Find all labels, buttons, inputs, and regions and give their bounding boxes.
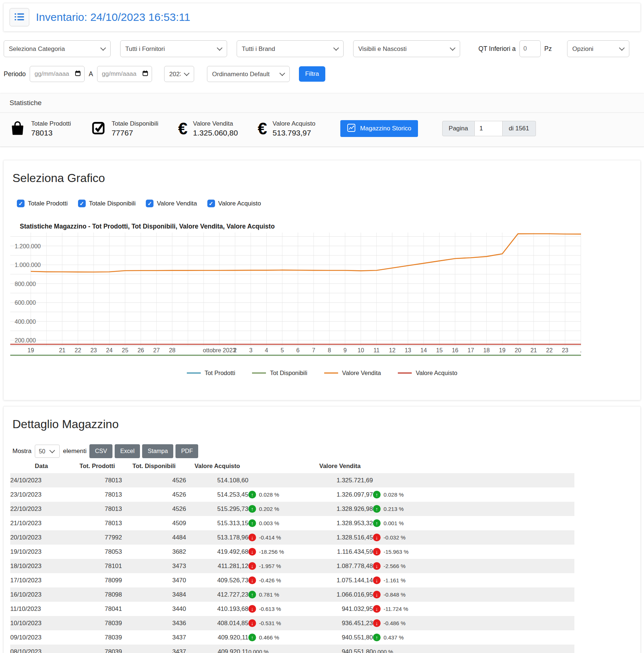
checkbox-checked-icon: ✓ (17, 200, 25, 207)
col-header-data[interactable]: Data (10, 460, 73, 473)
pagina-input[interactable] (475, 121, 503, 136)
cell-tot-prodotti: 78039 (73, 630, 122, 645)
periodo-da-input[interactable]: gg/mm/aaaa (30, 66, 85, 82)
cell-data: 09/10/2023 (10, 630, 73, 645)
percent-cell (248, 473, 307, 487)
table-row: 18/10/2023781013473411.281,12↓-1.957 %1.… (10, 559, 574, 573)
percent-value: 0.437 % (384, 634, 404, 641)
mostra-select[interactable]: 50 (35, 445, 60, 458)
categoria-select[interactable]: Seleziona Categoria (4, 40, 111, 57)
stat-totale-disponibili: Totale Disponibili 77767 (91, 120, 159, 137)
trend-down-icon: ↓ (248, 619, 256, 627)
fornitori-select[interactable]: Tutti i Fornitori (120, 40, 227, 57)
euro-icon: € (258, 120, 267, 137)
cell-tot-prodotti: 78013 (73, 502, 122, 516)
x-axis-tick: 16 (452, 347, 458, 353)
series-checkbox-0[interactable]: ✓Totale Prodotti (17, 200, 68, 207)
trend-down-icon: ↓ (373, 562, 381, 570)
trend-down-icon: ↓ (248, 562, 256, 570)
cell-data: 22/10/2023 (10, 502, 73, 516)
stat-value: 77767 (112, 129, 159, 137)
check-square-icon (91, 120, 106, 137)
legend-item: Valore Acquisto (398, 370, 457, 376)
dettaglio-title: Dettaglio Magazzino (12, 418, 634, 431)
cell-valore-acquisto: 514.253,45 (186, 487, 248, 502)
magazzino-storico-button[interactable]: Magazzino Storico (340, 120, 418, 137)
col-header-valore-vendita[interactable]: Valore Vendita (307, 460, 373, 473)
cell-tot-prodotti: 78098 (73, 587, 122, 602)
opzioni-select[interactable]: Opzioni (567, 40, 629, 57)
cell-empty (432, 573, 574, 587)
x-axis-tick: 2 (233, 347, 237, 353)
cell-data: 20/10/2023 (10, 530, 73, 545)
cell-valore-vendita: 1.066.016,95 (307, 587, 373, 602)
checkbox-checked-icon: ✓ (207, 200, 215, 207)
cell-data: 21/10/2023 (10, 516, 73, 530)
percent-cell: ↑0.781 % (248, 587, 307, 602)
trend-up-icon: ↑ (248, 634, 256, 641)
legend-item: Tot Prodotti (187, 370, 235, 376)
cell-tot-prodotti: 78041 (73, 602, 122, 616)
col-header-tot-disponibili[interactable]: Tot. Disponibili (122, 460, 186, 473)
cell-tot-prodotti: 78013 (73, 487, 122, 502)
percent-value: -1.957 % (259, 563, 281, 569)
grafico-title: Seleziona Grafico (12, 171, 634, 185)
percent-value: -0.848 % (384, 591, 406, 598)
series-checkbox-3[interactable]: ✓Valore Acquisto (207, 200, 261, 207)
qt-inferiori-input[interactable] (519, 40, 541, 57)
cell-valore-vendita: 1.328.953,32 (307, 516, 373, 530)
x-axis-tick: 22 (75, 347, 81, 353)
cell-tot-prodotti: 77992 (73, 530, 122, 545)
x-axis-tick: . (580, 347, 581, 353)
cell-valore-acquisto: 412.727,23 (186, 587, 248, 602)
periodo-label: Periodo (4, 70, 26, 78)
periodo-a-input[interactable]: gg/mm/aaaa (97, 66, 152, 82)
cell-valore-acquisto: 513.178,96 (186, 530, 248, 545)
series-checkbox-1[interactable]: ✓Totale Disponibili (78, 200, 136, 207)
anno-select[interactable]: 2023 (164, 66, 194, 82)
percent-value: 0.466 % (259, 634, 279, 641)
trend-down-icon: ↓ (373, 619, 381, 627)
cell-tot-disponibili: 3440 (122, 602, 186, 616)
cell-valore-acquisto: 409.526,73 (186, 573, 248, 587)
ordinamento-select[interactable]: Ordinamento Default (207, 66, 290, 82)
percent-cell: ↓-11.724 % (373, 602, 432, 616)
percent-value: -18.256 % (259, 549, 284, 555)
table-row: 08/10/2023780393437409.920,110.000 %940.… (10, 645, 574, 653)
pz-label: Pz (544, 45, 552, 53)
stat-value: 513.793,97 (273, 129, 315, 137)
checkbox-label: Totale Prodotti (28, 200, 68, 207)
cell-tot-disponibili: 4526 (122, 502, 186, 516)
cell-data: 19/10/2023 (10, 545, 73, 559)
trend-down-icon: ↓ (373, 591, 381, 598)
col-header-tot-prodotti[interactable]: Tot. Prodotti (73, 460, 122, 473)
cell-data: 10/10/2023 (10, 616, 73, 630)
y-axis-tick: 400.000 (15, 319, 36, 325)
checkbox-label: Totale Disponibili (89, 200, 136, 207)
checkbox-checked-icon: ✓ (78, 200, 86, 207)
x-axis-tick: 10 (358, 347, 364, 353)
menu-button[interactable] (10, 8, 29, 26)
col-header-valore-acquisto[interactable]: Valore Acquisto (186, 460, 248, 473)
cell-tot-disponibili: 3436 (122, 616, 186, 630)
export-pdf-button[interactable]: PDF (175, 444, 198, 458)
table-row: 17/10/2023780993470409.526,73↓-0.426 %1.… (10, 573, 574, 587)
x-axis-tick: 21 (530, 347, 537, 353)
table-row: 24/10/2023780134526514.108,601.325.721,6… (10, 473, 574, 487)
series-checkbox-2[interactable]: ✓Valore Vendita (146, 200, 197, 207)
export-csv-button[interactable]: CSV (89, 444, 112, 458)
export-stampa-button[interactable]: Stampa (142, 444, 173, 458)
cell-tot-prodotti: 78013 (73, 473, 122, 487)
filtra-button[interactable]: Filtra (299, 66, 325, 82)
cell-empty (432, 530, 574, 545)
percent-value: 0.000 % (248, 649, 269, 653)
cell-valore-vendita: 1.325.721,69 (307, 473, 373, 487)
brand-select[interactable]: Tutti i Brand (237, 40, 344, 57)
header-bar: Inventario: 24/10/2023 16:53:11 (3, 3, 641, 31)
export-excel-button[interactable]: Excel (115, 444, 140, 458)
x-axis-tick: 15 (436, 347, 443, 353)
legend-label: Tot Prodotti (205, 370, 235, 376)
visibili-select[interactable]: Visibili e Nascosti (353, 40, 460, 57)
pagination: Pagina di 1561 (442, 121, 536, 136)
date-placeholder: gg/mm/aaaa (34, 70, 69, 78)
